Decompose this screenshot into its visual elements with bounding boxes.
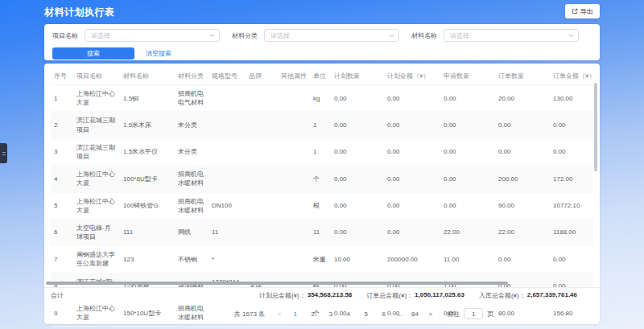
sidebar-collapse-handle[interactable] — [0, 143, 7, 163]
table-row: 2滨江花城三期项目1.5米木床未分类10.000.000.000.000.00 — [51, 112, 593, 138]
table-row: 7南钢盛达大学生公寓新建123不锈钢*米重10.00200000.0011.00… — [51, 246, 593, 273]
table-cell: 0.00 — [384, 166, 440, 192]
summary-item: 订单总金额(¥)：1,050,117,025.63 — [366, 291, 464, 300]
table-cell: 招商机电 水暖材料 — [175, 166, 208, 192]
project-name-select[interactable]: 请选择 — [85, 29, 220, 42]
column-header: 序号 — [51, 68, 73, 85]
table-cell: 123 — [120, 246, 175, 273]
table-cell: 1 — [310, 112, 331, 138]
page-button[interactable]: 1 — [291, 310, 300, 318]
table-cell — [278, 138, 310, 165]
table-cell: 22.00 — [440, 219, 495, 245]
table-cell: 1 — [310, 138, 331, 165]
clear-search-link[interactable]: 清空搜索 — [146, 49, 171, 58]
column-header: 计划数量 — [331, 68, 384, 85]
more-pages-button[interactable]: ... — [397, 310, 402, 318]
summary-item-value: 354,568,213.58 — [308, 291, 353, 300]
table-cell: 1.5米木床 — [120, 112, 175, 138]
filter-field: 材料名称请选择 — [411, 29, 579, 42]
table-cell: 0.00 — [331, 138, 384, 165]
table-cell: 0.00 — [440, 85, 495, 112]
table-cell: 1188.00 — [550, 219, 593, 245]
table-cell: 0.00 — [331, 112, 384, 138]
table-cell: 5 — [51, 192, 73, 219]
goto-page-input[interactable] — [464, 308, 483, 319]
table-cell: 招商机电 水暖材料 — [175, 192, 208, 219]
filter-field: 项目名称请选择 — [52, 29, 220, 42]
material-category-select[interactable]: 请选择 — [264, 29, 399, 42]
table-cell: 0.00 — [331, 85, 384, 112]
column-header: 单位 — [310, 68, 331, 85]
table-row: 5上海松江中心大厦100铸铁管G招商机电 水暖材料DN100根0.000.000… — [51, 192, 593, 219]
column-header: 申请数量 — [440, 68, 495, 85]
table-row: 6太空电梯-月球项目111网线11110.000.0022.0022.00118… — [51, 219, 593, 245]
table-cell: 10.00 — [331, 246, 384, 273]
table-cell: 滨江花城三期项目 — [73, 138, 120, 165]
data-table-panel: 序号项目名称材料名称材料分类规格型号品牌其他属性单位计划数量计划金额（¥）申请数… — [44, 64, 600, 324]
table-cell: 7 — [51, 246, 73, 273]
table-header-row: 序号项目名称材料名称材料分类规格型号品牌其他属性单位计划数量计划金额（¥）申请数… — [51, 68, 593, 85]
next-page-button[interactable]: > — [428, 310, 432, 318]
chevron-down-icon — [210, 32, 215, 37]
table-cell: 11 — [310, 219, 331, 245]
table-cell: 130.00 — [550, 85, 593, 112]
table-cell: 0.00 — [495, 138, 550, 165]
table-cell: 0.00 — [550, 246, 593, 273]
select-placeholder: 请选择 — [270, 31, 290, 40]
table-cell: 172.00 — [550, 166, 593, 192]
table-cell — [208, 166, 246, 192]
page-title: 材料计划执行表 — [44, 6, 115, 19]
select-placeholder: 请选择 — [450, 31, 469, 40]
table-cell — [246, 166, 278, 192]
export-button[interactable]: 导出 — [565, 4, 600, 19]
table-cell: 2 — [51, 112, 73, 138]
column-header: 订单金额（¥） — [550, 68, 593, 85]
table-cell: 0.00 — [384, 192, 440, 219]
table-row: 1上海松江中心大厦1.5铜招商机电 电气材料kg0.000.000.0020.0… — [51, 85, 593, 112]
table-cell: 未分类 — [175, 112, 208, 138]
table-cell: 0.00 — [440, 138, 495, 165]
prev-page-button[interactable]: < — [278, 310, 282, 318]
table-cell: 1.5米水平仪 — [120, 138, 175, 165]
column-header: 材料名称 — [120, 68, 175, 85]
table-cell — [208, 138, 246, 165]
table-cell: 0.00 — [331, 166, 384, 192]
table-cell: 11.00 — [440, 246, 495, 273]
column-header: 规格型号 — [208, 68, 246, 85]
table-cell: 太空电梯-月球项目 — [73, 219, 120, 245]
table-cell: 200.00 — [495, 166, 550, 192]
material-name-select[interactable]: 请选择 — [444, 29, 579, 42]
table-cell: 0.00 — [384, 138, 440, 165]
pagination-total: 共 1673 条 — [234, 310, 265, 319]
summary-label: 合计 — [51, 291, 64, 300]
table-cell: 滨江花城三期项目 — [73, 112, 120, 138]
table-cell: 网线 — [175, 219, 208, 245]
filter-field-label: 项目名称 — [52, 31, 78, 40]
page-button[interactable]: 4 — [344, 310, 353, 318]
vertical-scrollbar[interactable] — [594, 83, 597, 171]
page-button[interactable]: 5 — [361, 310, 371, 318]
table-cell: 不锈钢 — [175, 246, 208, 273]
export-icon — [572, 8, 578, 14]
table-cell — [246, 192, 278, 219]
filter-field-label: 材料名称 — [411, 31, 437, 40]
table-cell: 3 — [51, 138, 73, 165]
page-button[interactable]: 6 — [379, 310, 389, 318]
table-cell: kg — [310, 85, 331, 112]
table-cell: 根 — [310, 192, 331, 219]
summary-item-label: 计划总金额(¥)： — [259, 291, 306, 300]
search-button[interactable]: 搜索 — [52, 47, 134, 60]
export-button-label: 导出 — [580, 7, 593, 16]
column-header: 材料分类 — [175, 68, 208, 85]
page-button[interactable]: 3 — [326, 310, 336, 318]
table-cell: 100*8U型卡 — [120, 166, 175, 192]
page-button[interactable]: 2 — [308, 310, 318, 318]
table-cell: 0.00 — [440, 192, 495, 219]
table-cell: 0.00 — [384, 112, 440, 138]
table-cell — [278, 166, 310, 192]
select-placeholder: 请选择 — [91, 31, 110, 40]
table-cell: 22.00 — [495, 219, 550, 245]
page-button[interactable]: 84 — [410, 310, 419, 318]
horizontal-scrollbar[interactable] — [46, 282, 508, 285]
table-cell: 1 — [51, 85, 73, 112]
